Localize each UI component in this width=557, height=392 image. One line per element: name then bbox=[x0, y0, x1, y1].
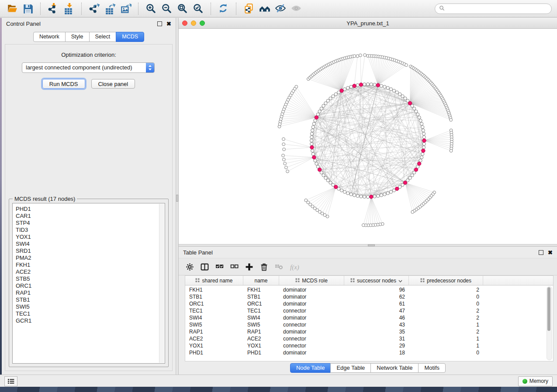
network-dominator-node[interactable] bbox=[312, 155, 316, 159]
network-node[interactable] bbox=[326, 99, 329, 102]
zoom-selected-icon[interactable] bbox=[191, 2, 205, 16]
table-row[interactable]: FKH1FKH1dominator962 bbox=[185, 286, 553, 293]
mcds-result-item[interactable]: CAR1 bbox=[16, 213, 159, 220]
network-node[interactable] bbox=[392, 89, 395, 92]
column-header-predecessor-nodes[interactable]: predecessor nodes bbox=[409, 276, 483, 285]
network-node[interactable] bbox=[312, 122, 315, 125]
first-neighbors-icon[interactable] bbox=[258, 2, 272, 16]
mcds-result-list[interactable]: PHD1CAR1STP4TID3YOX1SWI4SRD1PMA2FKH1ACE2… bbox=[12, 203, 165, 364]
network-leaf-node[interactable] bbox=[282, 143, 285, 146]
network-node[interactable] bbox=[422, 146, 425, 149]
network-leaf-node[interactable] bbox=[295, 85, 298, 88]
network-node[interactable] bbox=[416, 113, 419, 116]
hide-selected-icon[interactable] bbox=[273, 2, 287, 16]
network-node[interactable] bbox=[395, 91, 398, 94]
network-node[interactable] bbox=[314, 119, 317, 122]
show-all-icon[interactable] bbox=[289, 2, 303, 16]
mcds-result-item[interactable]: ACE2 bbox=[16, 268, 159, 275]
tab-style[interactable]: Style bbox=[65, 32, 90, 42]
network-dominator-node[interactable] bbox=[340, 89, 343, 93]
mcds-result-item[interactable]: PHD1 bbox=[16, 206, 159, 213]
network-node[interactable] bbox=[411, 174, 414, 177]
import-network-icon[interactable] bbox=[46, 2, 60, 16]
network-leaf-node[interactable] bbox=[304, 199, 308, 202]
tab-node-table[interactable]: Node Table bbox=[290, 363, 331, 373]
network-node[interactable] bbox=[420, 156, 423, 159]
network-node[interactable] bbox=[360, 195, 363, 198]
new-network-from-selection-icon[interactable] bbox=[242, 2, 256, 16]
network-node[interactable] bbox=[415, 110, 418, 113]
deselect-all-icon[interactable] bbox=[230, 263, 239, 271]
network-node[interactable] bbox=[356, 194, 359, 197]
network-node[interactable] bbox=[420, 122, 423, 125]
zoom-in-icon[interactable] bbox=[144, 2, 158, 16]
float-panel-icon[interactable] bbox=[157, 21, 162, 26]
network-dominator-node[interactable] bbox=[376, 83, 380, 87]
network-node[interactable] bbox=[398, 93, 401, 96]
column-header-shared-name[interactable]: shared name bbox=[185, 276, 243, 285]
network-node[interactable] bbox=[386, 192, 389, 195]
network-node[interactable] bbox=[422, 132, 425, 135]
network-leaf-node[interactable] bbox=[411, 210, 414, 213]
mcds-result-item[interactable]: RAP1 bbox=[16, 289, 159, 296]
network-node[interactable] bbox=[326, 179, 329, 182]
network-graph[interactable] bbox=[179, 29, 557, 244]
network-node[interactable] bbox=[383, 85, 386, 88]
network-leaf-node[interactable] bbox=[359, 54, 362, 57]
table-row[interactable]: TEC1TEC1connector472 bbox=[185, 307, 553, 314]
search-input[interactable] bbox=[447, 5, 547, 12]
close-panel-icon[interactable]: ✖ bbox=[166, 21, 171, 27]
refresh-layout-icon[interactable] bbox=[217, 2, 231, 16]
network-node[interactable] bbox=[311, 126, 315, 129]
network-node[interactable] bbox=[373, 83, 376, 86]
network-node[interactable] bbox=[322, 174, 325, 177]
network-node[interactable] bbox=[370, 83, 373, 86]
network-node[interactable] bbox=[404, 97, 407, 100]
network-dominator-node[interactable] bbox=[422, 139, 426, 142]
table-row[interactable]: SWI4SWI4dominator462 bbox=[185, 314, 553, 321]
save-session-icon[interactable] bbox=[21, 2, 35, 16]
network-node[interactable] bbox=[421, 126, 424, 129]
zoom-out-icon[interactable] bbox=[160, 2, 174, 16]
mcds-result-item[interactable]: FKH1 bbox=[16, 261, 159, 268]
network-node[interactable] bbox=[389, 88, 392, 91]
column-header-successor-nodes[interactable]: successor nodes bbox=[344, 276, 409, 285]
network-node[interactable] bbox=[340, 189, 343, 192]
network-node[interactable] bbox=[383, 193, 386, 196]
add-row-icon[interactable] bbox=[245, 263, 253, 271]
float-table-panel-icon[interactable] bbox=[539, 250, 543, 255]
table-row[interactable]: YOX1YOX1connector291 bbox=[185, 342, 553, 349]
network-dominator-node[interactable] bbox=[359, 83, 363, 86]
delete-row-icon[interactable] bbox=[260, 263, 268, 271]
network-node[interactable] bbox=[422, 129, 425, 132]
network-dominator-node[interactable] bbox=[408, 101, 412, 105]
network-node[interactable] bbox=[329, 97, 332, 100]
task-history-button[interactable] bbox=[4, 376, 17, 386]
optimization-criterion-dropdown[interactable]: largest connected component (undirected) bbox=[22, 62, 155, 73]
network-leaf-node[interactable] bbox=[450, 149, 453, 152]
mcds-result-item[interactable]: TEC1 bbox=[16, 310, 159, 317]
column-header-MCDS-role[interactable]: MCDS role bbox=[279, 276, 344, 285]
network-node[interactable] bbox=[349, 85, 353, 88]
table-row[interactable]: SWI5SWI5connector431 bbox=[185, 321, 553, 328]
network-leaf-node[interactable] bbox=[353, 55, 356, 58]
network-node[interactable] bbox=[366, 83, 369, 86]
network-node[interactable] bbox=[311, 129, 314, 132]
split-panel-icon[interactable] bbox=[201, 263, 209, 271]
network-node[interactable] bbox=[314, 159, 317, 162]
network-node[interactable] bbox=[380, 84, 383, 87]
network-node[interactable] bbox=[349, 193, 353, 196]
export-table-icon[interactable] bbox=[103, 2, 117, 16]
network-leaf-node[interactable] bbox=[363, 54, 367, 57]
network-dominator-node[interactable] bbox=[370, 195, 373, 199]
close-panel-button[interactable]: Close panel bbox=[91, 79, 135, 89]
network-dominator-node[interactable] bbox=[310, 145, 314, 149]
tab-mcds[interactable]: MCDS bbox=[116, 32, 144, 42]
close-table-panel-icon[interactable]: ✖ bbox=[548, 250, 553, 255]
network-dominator-node[interactable] bbox=[315, 116, 318, 119]
mcds-result-item[interactable]: PMA2 bbox=[16, 254, 159, 261]
network-leaf-node[interactable] bbox=[356, 55, 359, 58]
network-node[interactable] bbox=[422, 142, 426, 145]
network-node[interactable] bbox=[310, 136, 313, 139]
network-node[interactable] bbox=[401, 95, 404, 98]
